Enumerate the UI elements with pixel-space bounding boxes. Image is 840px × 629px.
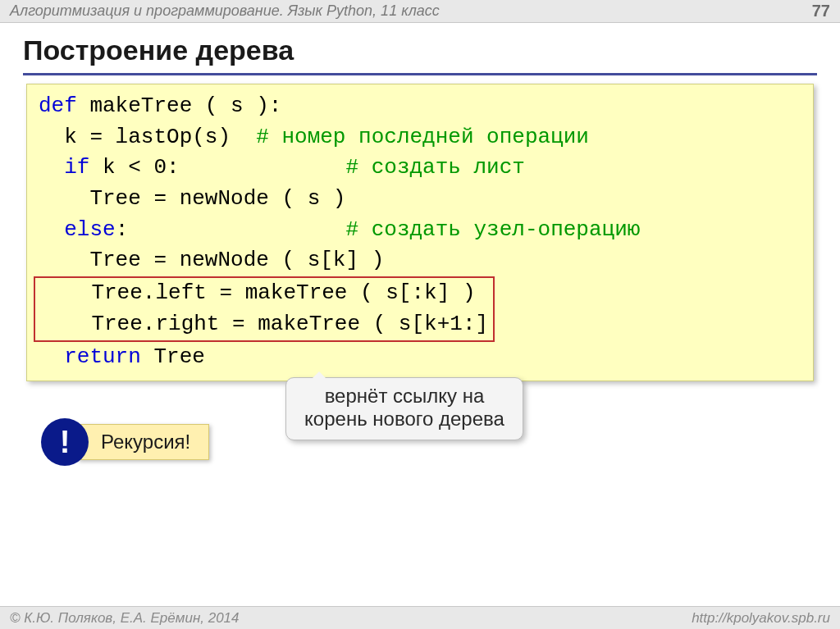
keyword-else: else: [39, 217, 116, 242]
tooltip-callout: вернёт ссылку на корень нового дерева: [285, 377, 523, 440]
footer-copyright: © К.Ю. Поляков, Е.А. Ерёмин, 2014: [10, 610, 240, 627]
title-underline: [23, 73, 817, 75]
header-bar: Алгоритмизация и программирование. Язык …: [0, 0, 840, 23]
code-comment: # создать узел-операцию: [345, 217, 640, 242]
code-comment: # номер последней операции: [256, 125, 589, 149]
highlighted-box: Tree.left = makeTree ( s[:k] ) Tree.righ…: [34, 276, 495, 341]
code-text: Tree = newNode ( s[k] ): [39, 248, 384, 272]
footer-url: http://kpolyakov.spb.ru: [692, 610, 830, 627]
keyword-def: def: [39, 93, 77, 118]
code-text: Tree = newNode ( s ): [39, 186, 345, 211]
recursion-badge: ! Рекурсия!: [41, 418, 209, 466]
slide-title: Построение дерева: [0, 23, 840, 73]
code-text: Tree.right = makeTree ( s[k+1:]: [40, 312, 488, 336]
footer-bar: © К.Ю. Поляков, Е.А. Ерёмин, 2014 http:/…: [0, 606, 840, 629]
badge-label: Рекурсия!: [77, 424, 209, 460]
tooltip-text: вернёт ссылку на корень нового дерева: [304, 385, 504, 430]
header-subject: Алгоритмизация и программирование. Язык …: [10, 2, 440, 20]
code-text: Tree.left = makeTree ( s[:k] ): [40, 280, 476, 305]
code-comment: # создать лист: [345, 155, 524, 180]
code-text: Tree: [141, 344, 205, 369]
code-text: :: [116, 217, 346, 242]
code-text: k = lastOp(s): [39, 125, 256, 149]
page-number: 77: [812, 2, 830, 21]
exclamation-icon: !: [41, 418, 89, 466]
code-block: def makeTree ( s ): k = lastOp(s) # номе…: [26, 84, 814, 381]
keyword-return: return: [39, 344, 141, 369]
keyword-if: if: [39, 155, 89, 180]
badge-text: Рекурсия!: [101, 431, 190, 454]
code-text: makeTree ( s ):: [77, 93, 282, 118]
code-text: k < 0:: [89, 155, 345, 180]
badge-mark: !: [60, 425, 71, 460]
